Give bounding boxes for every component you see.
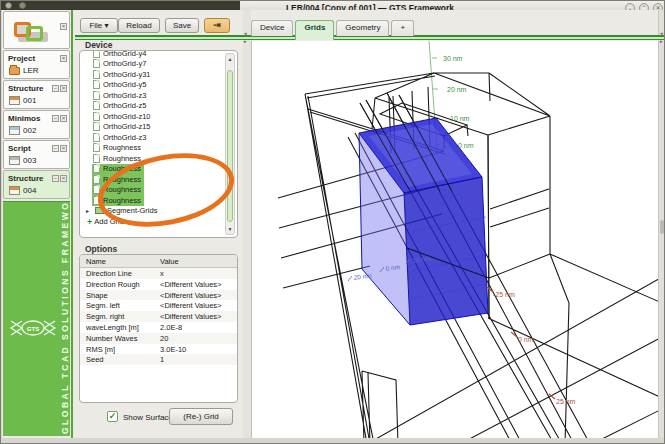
sidebar-section-minimos-002[interactable]: Minimos−×002 <box>3 110 70 139</box>
sidebar-sections: Project×LERStructure−×001Minimos−×002Scr… <box>2 49 71 199</box>
option-row-direction-line[interactable]: Direction Linex <box>80 268 237 279</box>
sidebar-section-script-003[interactable]: Script−×003 <box>3 140 70 169</box>
item-label: 002 <box>23 126 36 135</box>
tab-new[interactable]: + <box>391 20 414 36</box>
right-scroll-strip[interactable]: ◂ ▸ <box>658 10 665 438</box>
option-row-direction-rough[interactable]: Direction Rough<Different Values> <box>80 279 237 290</box>
scrollbar-thumb[interactable] <box>660 220 664 234</box>
axis-tick-label: 0 nm <box>518 336 534 343</box>
tab-grids[interactable]: Grids <box>295 20 334 40</box>
close-icon[interactable]: × <box>60 175 67 182</box>
option-name: waveLength [m] <box>86 323 139 332</box>
tree-item-label: OrthoGrid-z15 <box>103 122 151 131</box>
document-icon <box>93 50 100 58</box>
tree-row-orthogrid-z3[interactable]: OrthoGrid-z3 <box>83 132 224 143</box>
collapse-icon[interactable]: − <box>52 115 59 122</box>
gts-framework-window: LER/004 [Copy of 001] — GTS Framework ⌄⌃… <box>0 0 665 444</box>
section-item-001[interactable]: 001 <box>4 94 69 108</box>
regrid-button[interactable]: (Re-) Grid <box>169 408 233 425</box>
option-row-segm-left[interactable]: Segm. left<Different Values> <box>80 300 237 311</box>
tree-row-orthogrid-y5[interactable]: OrthoGrid-y5 <box>83 80 224 91</box>
tree-scrollbar[interactable]: ▲ ▼ <box>225 53 235 235</box>
tab-geometry[interactable]: Geometry <box>336 20 389 36</box>
option-value: <Different Values> <box>160 291 221 300</box>
section-label: Minimos <box>8 114 51 123</box>
gts-emblem-icon: GTS <box>9 317 57 339</box>
item-label: LER <box>23 66 39 75</box>
option-name: Direction Rough <box>86 280 140 289</box>
option-row-rms-m[interactable]: RMS [m]3.0E-10 <box>80 344 237 355</box>
show-surface-checkbox[interactable]: ✓ <box>107 411 118 422</box>
section-header[interactable]: Project× <box>4 51 69 64</box>
tree-row-orthogrid-z5[interactable]: OrthoGrid-z5 <box>83 101 224 112</box>
close-icon[interactable]: × <box>60 145 67 152</box>
tree-item-label: OrthoGrid-y5 <box>103 80 146 89</box>
save-button[interactable]: Save <box>165 18 199 33</box>
panel-splitter[interactable]: ◂ ▸ <box>243 10 251 438</box>
axis-tick-label: 0 nm <box>458 142 474 149</box>
tree-row-orthogrid-z10[interactable]: OrthoGrid-z10 <box>83 111 224 122</box>
option-name: Number Waves <box>86 334 137 343</box>
axis-tick-label: 20 nm <box>447 86 467 93</box>
document-icon <box>9 156 20 165</box>
scroll-down-icon[interactable]: ▼ <box>226 225 234 233</box>
close-icon[interactable]: × <box>60 23 67 30</box>
expander-icon[interactable]: ▸ <box>86 207 91 214</box>
brand-panel: GTS GLOBAL TCAD SOLUTIONS FRAMEWORK <box>3 201 70 436</box>
document-icon <box>93 91 100 100</box>
tree-item-label: OrthoGrid-y7 <box>103 59 146 68</box>
section-header[interactable]: Structure−× <box>4 171 69 184</box>
commit-button[interactable]: ⇥ <box>204 18 230 33</box>
scrollbar-thumb[interactable] <box>227 70 233 222</box>
collapse-icon[interactable]: − <box>52 145 59 152</box>
options-table: Name Value Direction LinexDirection Roug… <box>79 254 238 403</box>
option-row-wavelength-m[interactable]: waveLength [m]2.0E-8 <box>80 322 237 333</box>
section-item-002[interactable]: 002 <box>4 124 69 138</box>
option-row-seed[interactable]: Seed1 <box>80 354 237 365</box>
option-name: Seed <box>86 355 104 364</box>
sidebar-section-structure-001[interactable]: Structure−×001 <box>3 80 70 109</box>
document-icon <box>93 122 100 131</box>
option-row-shape[interactable]: Shape<Different Values> <box>80 290 237 301</box>
sidebar-section-structure-004[interactable]: Structure−×004 <box>3 170 70 199</box>
tree-item-label: OrthoGrid-z3 <box>103 91 146 100</box>
section-item-004[interactable]: 004 <box>4 184 69 198</box>
section-header[interactable]: Script−× <box>4 141 69 154</box>
desktop-icon[interactable] <box>19 2 26 9</box>
file-button[interactable]: File ▾ <box>80 18 118 33</box>
collapse-icon[interactable]: − <box>52 175 59 182</box>
section-header[interactable]: Minimos−× <box>4 111 69 124</box>
close-icon[interactable]: × <box>60 85 67 92</box>
sidebar-section-project-ler[interactable]: Project×LER <box>3 50 70 79</box>
option-value: 3.0E-10 <box>160 345 186 354</box>
scroll-up-icon[interactable]: ▲ <box>226 55 234 63</box>
option-value: <Different Values> <box>160 312 221 321</box>
tree-row-orthogrid-y4[interactable]: OrthoGrid-y4 <box>83 50 224 59</box>
collapse-icon[interactable]: − <box>52 85 59 92</box>
tree-row-orthogrid-y31[interactable]: OrthoGrid-y31 <box>83 69 224 80</box>
tree-row-roughness[interactable]: Roughness <box>83 143 224 154</box>
desktop-icon[interactable] <box>5 2 12 9</box>
folder-icon <box>9 67 20 75</box>
option-row-number-waves[interactable]: Number Waves20 <box>80 333 237 344</box>
option-row-segm-right[interactable]: Segm. right<Different Values> <box>80 311 237 322</box>
option-value: 20 <box>160 334 168 343</box>
device-panel-title: Device <box>85 40 112 50</box>
tree-row-orthogrid-z15[interactable]: OrthoGrid-z15 <box>83 122 224 133</box>
section-item-ler[interactable]: LER <box>4 64 69 78</box>
tree-row-orthogrid-y7[interactable]: OrthoGrid-y7 <box>83 59 224 70</box>
section-header[interactable]: Structure−× <box>4 81 69 94</box>
reload-button[interactable]: Reload <box>118 18 160 33</box>
document-icon <box>93 70 100 79</box>
document-icon <box>93 80 100 89</box>
tree-row-orthogrid-z3[interactable]: OrthoGrid-z3 <box>83 90 224 101</box>
axis-tick-label: 20 nm <box>353 272 372 281</box>
section-item-003[interactable]: 003 <box>4 154 69 168</box>
tab-device[interactable]: Device <box>251 20 293 36</box>
viewport-3d[interactable]: 30 nm20 nm10 nm0 nm20 nm0 nm10 nm-25 nm0… <box>251 41 658 438</box>
option-value: <Different Values> <box>160 301 221 310</box>
close-icon[interactable]: × <box>60 115 67 122</box>
show-surface-label: Show Surface <box>123 413 173 422</box>
options-panel-title: Options <box>85 244 117 254</box>
close-icon[interactable]: × <box>60 55 67 62</box>
